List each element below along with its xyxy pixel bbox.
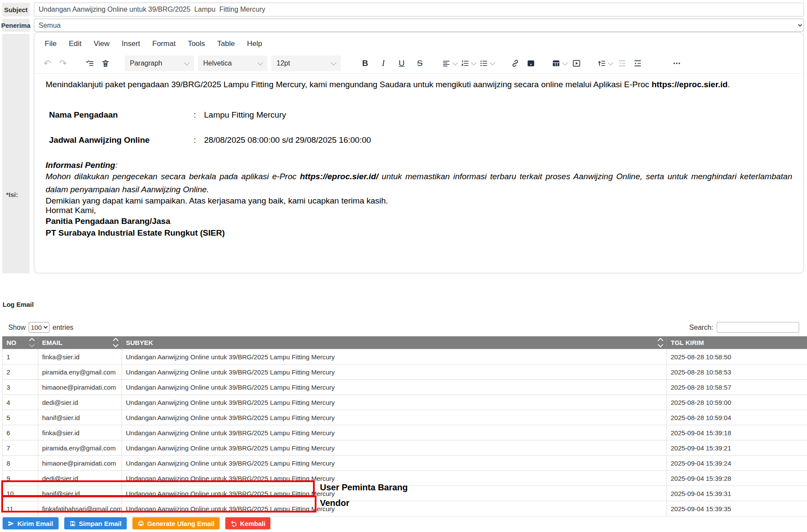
subject-label: Subject — [2, 3, 30, 16]
editor-menubar: File Edit View Insert Format Tools Table… — [34, 33, 804, 53]
show-label: Show — [8, 324, 26, 332]
salutation-line: Hormat Kami, — [46, 206, 792, 215]
closing-line: Demikian yang dapat kami sampaikan. Atas… — [46, 196, 792, 206]
more-options-icon[interactable] — [669, 56, 685, 71]
chevron-down-icon — [184, 60, 190, 66]
penerima-select[interactable]: Semua — [34, 19, 804, 32]
menu-view[interactable]: View — [89, 37, 114, 50]
signature-line-2: PT Surabaya Industrial Estate Rungkut (S… — [46, 227, 792, 239]
bullet-list-icon[interactable] — [478, 56, 496, 71]
table-icon[interactable] — [550, 56, 569, 71]
printer-icon — [138, 520, 144, 527]
table-row: 3himaone@piramidati.comUndangan Aanwijzi… — [3, 380, 807, 395]
underline-button[interactable]: U — [392, 56, 411, 71]
image-icon[interactable] — [523, 56, 539, 71]
font-family-select[interactable]: Helvetica — [198, 56, 267, 71]
line-height-icon[interactable] — [596, 56, 614, 71]
sort-icon — [114, 338, 118, 347]
generate-ulang-email-button[interactable]: Generate Ulang Email — [132, 517, 220, 529]
column-header-email[interactable]: EMAIL — [38, 336, 122, 349]
column-header-subyek[interactable]: SUBYEK — [122, 336, 667, 349]
trash-icon[interactable] — [98, 56, 113, 71]
penerima-row: Penerima Semua — [2, 19, 804, 32]
signature-line-1: Panitia Pengadaan Barang/Jasa — [46, 215, 792, 227]
sort-icon — [30, 338, 34, 347]
table-row: 5hanif@sier.idUndangan Aanwijzing Online… — [3, 410, 807, 425]
checklist-icon[interactable] — [82, 56, 98, 71]
outdent-icon[interactable] — [614, 56, 630, 71]
editor-content[interactable]: Menindaklanjuti paket pengadaan 39/BRG/2… — [34, 74, 804, 239]
search-label: Search: — [689, 324, 713, 332]
chevron-down-icon — [490, 60, 495, 66]
menu-help[interactable]: Help — [243, 37, 267, 50]
media-icon[interactable] — [569, 56, 584, 71]
table-header-row: NO EMAIL SUBYEK TGL KIRIM — [3, 336, 807, 349]
undo-icon[interactable]: ↶ — [40, 56, 55, 71]
field-jadwal-aanwijzing: Jadwal Aanwijzing Online : 28/08/2025 08… — [49, 135, 792, 145]
info-penting-heading: Informasi Penting: — [46, 161, 792, 170]
chevron-down-icon — [471, 60, 477, 66]
table-row: 7piramida.eny@gmail.comUndangan Aanwijzi… — [3, 440, 807, 456]
floppy-disk-icon — [69, 520, 76, 527]
chevron-down-icon — [331, 60, 336, 66]
chevron-down-icon — [562, 60, 568, 66]
log-email-title: Log Email — [3, 301, 34, 308]
table-length-control: Show 100 entries — [8, 322, 73, 333]
editor-toolbar: ↶ ↷ Paragraph Helvetica 12pt B I U S — [34, 53, 804, 74]
body-paragraph-1: Menindaklanjuti paket pengadaan 39/BRG/2… — [46, 80, 792, 89]
paper-plane-icon — [8, 520, 14, 527]
rich-text-editor: File Edit View Insert Format Tools Table… — [34, 32, 804, 273]
eproc-link: https://eproc.sier.id/ — [300, 172, 379, 181]
align-icon[interactable] — [440, 56, 459, 71]
sort-icon — [659, 338, 662, 347]
chevron-down-icon — [452, 60, 458, 66]
simpan-email-button[interactable]: Simpan Email — [64, 517, 127, 529]
table-search-input[interactable] — [717, 322, 799, 333]
isi-label: *Isi: — [2, 34, 30, 273]
subject-row: Subject — [2, 3, 804, 16]
redo-icon[interactable]: ↷ — [55, 56, 71, 71]
font-size-select[interactable]: 12pt — [271, 56, 341, 71]
page-length-select[interactable]: 100 — [29, 322, 49, 333]
action-buttons: Kirim Email Simpan Email Generate Ulang … — [3, 517, 270, 529]
table-row: 1finka@sier.idUndangan Aanwijzing Online… — [3, 349, 807, 365]
link-icon[interactable] — [507, 56, 523, 71]
menu-tools[interactable]: Tools — [184, 37, 210, 50]
menu-edit[interactable]: Edit — [64, 37, 86, 50]
kembali-button[interactable]: Kembali — [225, 517, 270, 529]
email-compose-page: Subject Penerima Semua *Isi: File Edit V… — [0, 0, 807, 532]
block-format-select[interactable]: Paragraph — [125, 56, 194, 71]
kirim-email-button[interactable]: Kirim Email — [3, 517, 59, 529]
column-header-no[interactable]: NO — [3, 336, 38, 349]
body-fields: Nama Pengadaan : Lampu Fitting Mercury J… — [49, 110, 792, 145]
subject-input[interactable] — [34, 3, 804, 16]
menu-format[interactable]: Format — [148, 37, 180, 50]
menu-table[interactable]: Table — [213, 37, 239, 50]
table-row-vendor: 11finkafatihahsari@gmail.comUndangan Aan… — [3, 501, 807, 516]
undo-arrow-icon — [231, 520, 237, 527]
table-row: 6finka@sier.idUndangan Aanwijzing Online… — [3, 425, 807, 440]
info-penting-paragraph: Mohon dilakukan pengecekan secara berkal… — [46, 170, 792, 196]
indent-icon[interactable] — [630, 56, 646, 71]
column-header-tgl-kirim[interactable]: TGL KIRIM — [667, 336, 807, 349]
table-row: 4dedi@sier.idUndangan Aanwijzing Online … — [3, 395, 807, 410]
annotation-user-peminta-barang: User Peminta Barang — [320, 483, 408, 493]
menu-file[interactable]: File — [40, 37, 61, 50]
entries-label: entries — [53, 324, 73, 332]
menu-insert[interactable]: Insert — [117, 37, 145, 50]
strikethrough-button[interactable]: S — [411, 56, 429, 71]
bold-button[interactable]: B — [356, 56, 374, 71]
chevron-down-icon — [257, 60, 263, 66]
penerima-label: Penerima — [2, 19, 30, 32]
chevron-down-icon — [608, 60, 613, 66]
italic-button[interactable]: I — [374, 56, 392, 71]
table-row: 2piramida.eny@gmail.comUndangan Aanwijzi… — [3, 365, 807, 380]
table-row: 8himaone@piramidati.comUndangan Aanwijzi… — [3, 456, 807, 471]
annotation-vendor: Vendor — [320, 498, 349, 508]
ordered-list-icon[interactable] — [459, 56, 478, 71]
table-search-control: Search: — [689, 322, 799, 333]
field-nama-pengadaan: Nama Pengadaan : Lampu Fitting Mercury — [49, 110, 792, 120]
eproc-link: https://eproc.sier.id — [652, 80, 728, 89]
